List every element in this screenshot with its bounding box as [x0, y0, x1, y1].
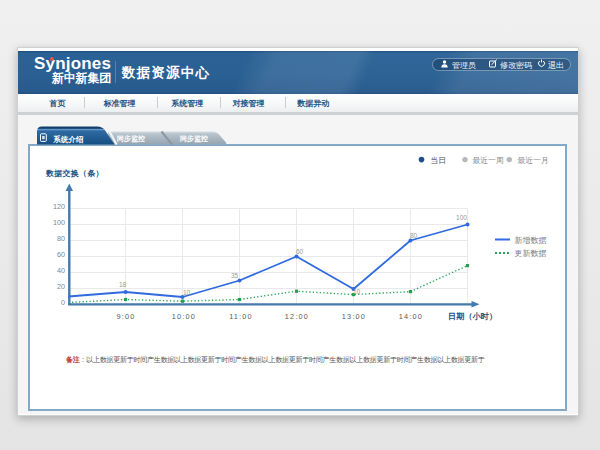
svg-text:100: 100: [456, 214, 467, 221]
svg-text:20: 20: [57, 282, 65, 291]
svg-text:9:00: 9:00: [116, 312, 135, 321]
svg-text:系统介绍: 系统介绍: [53, 135, 84, 144]
svg-text:60: 60: [57, 250, 65, 259]
svg-text:40: 40: [57, 266, 65, 275]
svg-text:12:00: 12:00: [285, 312, 309, 321]
svg-text:10:00: 10:00: [172, 312, 196, 321]
svg-text:最近一周: 最近一周: [473, 156, 504, 165]
svg-text:10: 10: [353, 288, 361, 295]
svg-text:14:00: 14:00: [399, 312, 423, 321]
svg-text:最近一月: 最近一月: [518, 156, 549, 165]
svg-text:100: 100: [53, 218, 65, 227]
svg-text:35: 35: [231, 272, 239, 279]
svg-text:80: 80: [410, 232, 418, 239]
svg-text:数据交换（条）: 数据交换（条）: [45, 169, 104, 178]
svg-text:当日: 当日: [431, 156, 447, 165]
svg-text:新增数据: 新增数据: [515, 236, 547, 245]
svg-text:同步监控: 同步监控: [180, 135, 208, 143]
svg-text:11:00: 11:00: [229, 312, 253, 321]
svg-text:10: 10: [183, 289, 191, 296]
svg-text:日期（小时）: 日期（小时）: [448, 312, 497, 321]
svg-text:120: 120: [53, 202, 65, 211]
svg-text:0: 0: [61, 298, 65, 307]
svg-text:13:00: 13:00: [342, 312, 366, 321]
svg-text:60: 60: [296, 248, 304, 255]
svg-text:更新数据: 更新数据: [515, 249, 547, 258]
svg-text:80: 80: [57, 234, 65, 243]
svg-text:18: 18: [119, 281, 127, 288]
svg-text:同步监控: 同步监控: [117, 135, 145, 143]
